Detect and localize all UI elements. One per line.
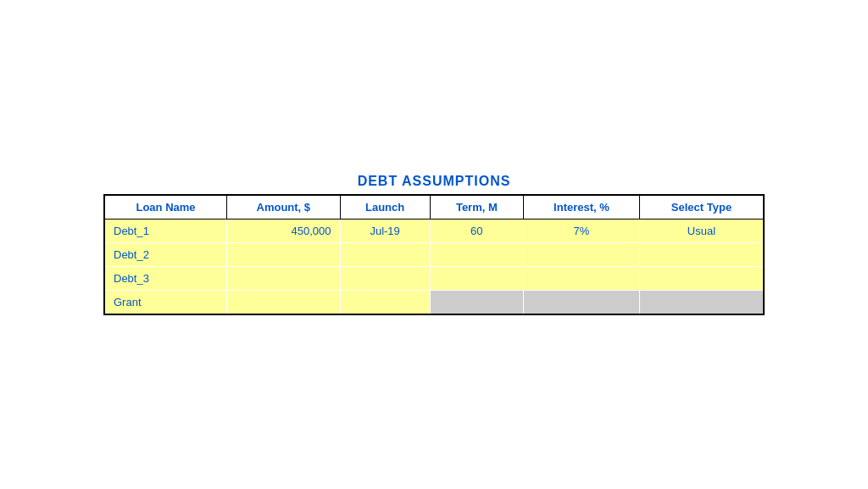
page-container: DEBT ASSUMPTIONS Loan Name Amount, $ Lau… [0, 0, 868, 489]
debt-table: Loan Name Amount, $ Launch Term, M Inter… [103, 194, 765, 315]
cell-amount [227, 291, 340, 314]
cell-term: 60 [430, 219, 523, 243]
cell-interest [524, 243, 640, 267]
cell-amount: 450,000 [227, 219, 340, 243]
col-header-amount: Amount, $ [227, 195, 340, 219]
cell-term [430, 243, 523, 267]
table-row: Debt_3 [104, 267, 764, 291]
cell-launch [340, 243, 430, 267]
cell-loan_name: Debt_3 [104, 267, 227, 291]
cell-amount [227, 267, 340, 291]
table-row: Grant [104, 291, 764, 314]
cell-interest [524, 267, 640, 291]
cell-term [430, 267, 523, 291]
cell-loan_name: Debt_1 [104, 219, 227, 243]
col-header-loan-name: Loan Name [104, 195, 227, 219]
cell-loan_name: Grant [104, 291, 227, 314]
cell-launch [340, 291, 430, 314]
cell-select_type[interactable] [639, 267, 764, 291]
col-header-select-type: Select Type [639, 195, 764, 219]
cell-interest: 7% [524, 219, 640, 243]
table-row: Debt_1450,000Jul-19607%Usual [104, 219, 764, 243]
col-header-term: Term, M [430, 195, 523, 219]
table-header-row: Loan Name Amount, $ Launch Term, M Inter… [104, 195, 764, 219]
cell-term [430, 291, 523, 314]
table-row: Debt_2 [104, 243, 764, 267]
cell-interest [524, 291, 640, 314]
cell-launch: Jul-19 [340, 219, 430, 243]
cell-select_type[interactable] [639, 243, 764, 267]
cell-select_type[interactable] [639, 291, 764, 314]
cell-launch [340, 267, 430, 291]
cell-select_type[interactable]: Usual [639, 219, 764, 243]
cell-amount [227, 243, 340, 267]
col-header-interest: Interest, % [524, 195, 640, 219]
table-title: DEBT ASSUMPTIONS [358, 174, 511, 189]
cell-loan_name: Debt_2 [104, 243, 227, 267]
col-header-launch: Launch [340, 195, 430, 219]
